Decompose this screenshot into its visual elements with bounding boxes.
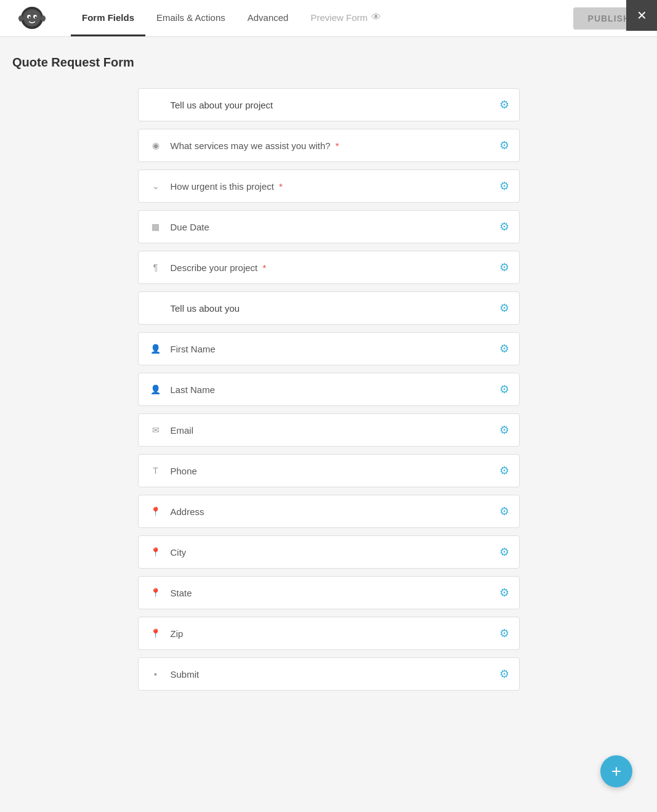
code-icon (148, 301, 163, 315)
tab-preview-form[interactable]: Preview Form 👁 (299, 0, 392, 36)
field-label-tell-about-project: Tell us about your project (171, 100, 499, 110)
field-row-tell-about-project[interactable]: Tell us about your project⚙ (138, 88, 520, 121)
gear-icon-what-services[interactable]: ⚙ (499, 139, 509, 152)
pin-icon: 📍 (148, 626, 163, 641)
gear-icon-tell-about-project[interactable]: ⚙ (499, 98, 509, 112)
field-row-describe-project[interactable]: ¶Describe your project *⚙ (138, 251, 520, 284)
gear-icon-describe-project[interactable]: ⚙ (499, 261, 509, 274)
field-row-submit[interactable]: ▪Submit⚙ (138, 657, 520, 691)
svg-point-7 (35, 17, 37, 18)
field-row-what-services[interactable]: ◉What services may we assist you with? *… (138, 129, 520, 162)
pin-icon: 📍 (148, 585, 163, 600)
field-label-tell-about-you: Tell us about you (171, 303, 499, 314)
gear-icon-tell-about-you[interactable]: ⚙ (499, 301, 509, 315)
eye-icon: 👁 (371, 12, 381, 23)
field-label-submit: Submit (171, 669, 499, 680)
person-icon: 👤 (148, 382, 163, 397)
page-title: Quote Request Form (12, 55, 645, 70)
field-row-tell-about-you[interactable]: Tell us about you⚙ (138, 291, 520, 325)
gear-icon-city[interactable]: ⚙ (499, 545, 509, 559)
code-icon (148, 97, 163, 112)
add-field-button[interactable]: + (600, 755, 632, 787)
svg-point-6 (29, 17, 31, 18)
field-label-what-services: What services may we assist you with? * (171, 140, 499, 151)
field-label-phone: Phone (171, 466, 499, 476)
field-label-city: City (171, 547, 499, 558)
field-row-how-urgent[interactable]: ⌄How urgent is this project *⚙ (138, 169, 520, 203)
field-row-state[interactable]: 📍State⚙ (138, 576, 520, 609)
close-button[interactable]: ✕ (626, 0, 657, 31)
field-label-zip: Zip (171, 628, 499, 639)
pin-icon: 📍 (148, 545, 163, 559)
tab-form-fields[interactable]: Form Fields (71, 0, 145, 36)
main-content: Quote Request Form Tell us about your pr… (0, 37, 657, 717)
gear-icon-email[interactable]: ⚙ (499, 423, 509, 437)
field-label-first-name: First Name (171, 344, 499, 354)
required-indicator: * (260, 262, 266, 273)
gear-icon-last-name[interactable]: ⚙ (499, 383, 509, 396)
envelope-icon: ✉ (148, 423, 163, 437)
svg-point-8 (18, 15, 23, 22)
field-label-due-date: Due Date (171, 222, 499, 232)
gear-icon-submit[interactable]: ⚙ (499, 667, 509, 681)
field-row-last-name[interactable]: 👤Last Name⚙ (138, 373, 520, 406)
gear-icon-due-date[interactable]: ⚙ (499, 220, 509, 233)
field-label-email: Email (171, 425, 499, 436)
field-label-address: Address (171, 506, 499, 517)
gear-icon-phone[interactable]: ⚙ (499, 464, 509, 477)
pin-icon: 📍 (148, 504, 163, 519)
gear-icon-address[interactable]: ⚙ (499, 505, 509, 518)
field-row-email[interactable]: ✉Email⚙ (138, 413, 520, 447)
tab-advanced[interactable]: Advanced (236, 0, 300, 36)
field-row-zip[interactable]: 📍Zip⚙ (138, 617, 520, 650)
field-label-last-name: Last Name (171, 384, 499, 395)
gear-icon-how-urgent[interactable]: ⚙ (499, 179, 509, 193)
paragraph-icon: ¶ (148, 260, 163, 275)
gear-icon-zip[interactable]: ⚙ (499, 627, 509, 640)
required-indicator: * (333, 140, 339, 151)
calendar-icon: ▦ (148, 219, 163, 234)
field-row-address[interactable]: 📍Address⚙ (138, 495, 520, 528)
circle-icon: ◉ (148, 138, 163, 153)
field-row-city[interactable]: 📍City⚙ (138, 535, 520, 569)
field-label-describe-project: Describe your project * (171, 262, 499, 273)
text-input-icon: T (148, 463, 163, 478)
field-label-state: State (171, 588, 499, 598)
field-row-first-name[interactable]: 👤First Name⚙ (138, 332, 520, 365)
required-indicator: * (276, 181, 283, 192)
field-row-phone[interactable]: TPhone⚙ (138, 454, 520, 487)
field-row-due-date[interactable]: ▦Due Date⚙ (138, 210, 520, 243)
app-header: Form Fields Emails & Actions Advanced Pr… (0, 0, 657, 37)
chevron-icon: ⌄ (148, 179, 163, 193)
logo-area (12, 4, 52, 32)
form-fields-list: Tell us about your project⚙◉What service… (138, 88, 520, 691)
gear-icon-state[interactable]: ⚙ (499, 586, 509, 599)
logo-icon (12, 4, 52, 32)
tab-emails-actions[interactable]: Emails & Actions (145, 0, 236, 36)
svg-point-3 (23, 9, 41, 26)
nav-tabs: Form Fields Emails & Actions Advanced Pr… (71, 0, 573, 36)
field-label-how-urgent: How urgent is this project * (171, 181, 499, 192)
gear-icon-first-name[interactable]: ⚙ (499, 342, 509, 355)
square-icon: ▪ (148, 667, 163, 681)
person-icon: 👤 (148, 341, 163, 356)
svg-point-9 (41, 15, 46, 22)
